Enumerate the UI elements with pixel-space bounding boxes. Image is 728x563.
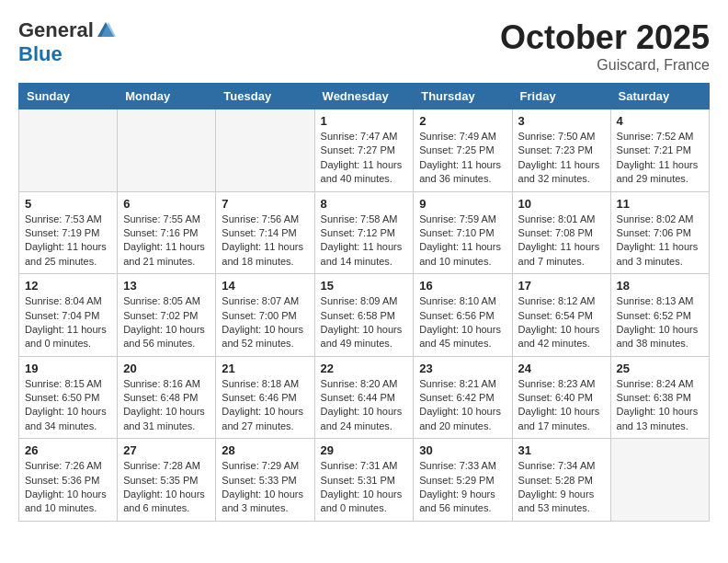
calendar-cell: 15Sunrise: 8:09 AM Sunset: 6:58 PM Dayli… [314,274,414,357]
day-info: Sunrise: 8:05 AM Sunset: 7:02 PM Dayligh… [123,294,210,351]
day-info: Sunrise: 7:50 AM Sunset: 7:23 PM Dayligh… [518,130,605,187]
calendar-cell [610,439,709,522]
day-number: 1 [321,114,408,128]
day-info: Sunrise: 8:20 AM Sunset: 6:44 PM Dayligh… [321,377,408,434]
weekday-header-tuesday: Tuesday [216,84,314,109]
day-info: Sunrise: 7:52 AM Sunset: 7:21 PM Dayligh… [617,130,703,187]
day-info: Sunrise: 7:58 AM Sunset: 7:12 PM Dayligh… [321,213,408,270]
calendar-cell: 26Sunrise: 7:26 AM Sunset: 5:36 PM Dayli… [19,439,118,522]
week-row-3: 12Sunrise: 8:04 AM Sunset: 7:04 PM Dayli… [19,274,710,357]
calendar-cell: 27Sunrise: 7:28 AM Sunset: 5:35 PM Dayli… [118,439,216,522]
day-number: 19 [25,362,111,375]
calendar-cell: 3Sunrise: 7:50 AM Sunset: 7:23 PM Daylig… [512,109,610,192]
day-info: Sunrise: 7:56 AM Sunset: 7:14 PM Dayligh… [222,213,308,270]
day-info: Sunrise: 8:21 AM Sunset: 6:42 PM Dayligh… [419,377,506,434]
calendar-cell [216,109,314,192]
day-number: 31 [518,443,605,457]
calendar-cell: 22Sunrise: 8:20 AM Sunset: 6:44 PM Dayli… [314,356,414,439]
day-number: 12 [25,279,111,293]
day-number: 26 [25,443,111,457]
week-row-5: 26Sunrise: 7:26 AM Sunset: 5:36 PM Dayli… [19,439,710,522]
day-number: 25 [617,362,703,375]
day-number: 21 [222,362,308,375]
day-info: Sunrise: 7:47 AM Sunset: 7:27 PM Dayligh… [321,130,408,187]
day-info: Sunrise: 8:10 AM Sunset: 6:56 PM Dayligh… [419,294,506,351]
day-number: 2 [419,114,506,128]
day-info: Sunrise: 8:02 AM Sunset: 7:06 PM Dayligh… [617,213,703,270]
calendar-cell: 2Sunrise: 7:49 AM Sunset: 7:25 PM Daylig… [414,109,512,192]
day-info: Sunrise: 8:18 AM Sunset: 6:46 PM Dayligh… [222,377,308,434]
day-number: 3 [518,114,605,128]
calendar-cell: 30Sunrise: 7:33 AM Sunset: 5:29 PM Dayli… [414,439,512,522]
day-number: 8 [321,197,408,211]
week-row-4: 19Sunrise: 8:15 AM Sunset: 6:50 PM Dayli… [19,356,710,439]
logo-general-text: General [18,18,94,42]
weekday-header-friday: Friday [512,84,610,109]
calendar-cell: 10Sunrise: 8:01 AM Sunset: 7:08 PM Dayli… [512,191,610,274]
day-info: Sunrise: 8:23 AM Sunset: 6:40 PM Dayligh… [518,377,605,434]
day-number: 15 [321,279,408,293]
day-number: 13 [123,279,210,293]
calendar-cell: 1Sunrise: 7:47 AM Sunset: 7:27 PM Daylig… [314,109,414,192]
calendar-cell: 11Sunrise: 8:02 AM Sunset: 7:06 PM Dayli… [610,191,709,274]
logo-blue-text: Blue [18,42,63,66]
calendar-cell: 19Sunrise: 8:15 AM Sunset: 6:50 PM Dayli… [19,356,118,439]
day-number: 24 [518,362,605,375]
day-info: Sunrise: 7:31 AM Sunset: 5:31 PM Dayligh… [321,459,408,516]
day-info: Sunrise: 8:09 AM Sunset: 6:58 PM Dayligh… [321,294,408,351]
day-number: 22 [321,362,408,375]
weekday-header-wednesday: Wednesday [314,84,414,109]
day-info: Sunrise: 8:04 AM Sunset: 7:04 PM Dayligh… [25,294,111,351]
weekday-header-sunday: Sunday [19,84,118,109]
day-number: 10 [518,197,605,211]
day-info: Sunrise: 8:24 AM Sunset: 6:38 PM Dayligh… [617,377,703,434]
location: Guiscard, France [500,57,710,74]
day-number: 27 [123,443,210,457]
day-info: Sunrise: 8:13 AM Sunset: 6:52 PM Dayligh… [617,294,703,351]
day-info: Sunrise: 7:34 AM Sunset: 5:28 PM Dayligh… [518,459,605,516]
day-info: Sunrise: 7:29 AM Sunset: 5:33 PM Dayligh… [222,459,308,516]
day-number: 18 [617,279,703,293]
calendar-cell: 4Sunrise: 7:52 AM Sunset: 7:21 PM Daylig… [610,109,709,192]
calendar-cell [118,109,216,192]
calendar-cell: 20Sunrise: 8:16 AM Sunset: 6:48 PM Dayli… [118,356,216,439]
day-info: Sunrise: 7:55 AM Sunset: 7:16 PM Dayligh… [123,213,210,270]
calendar-cell: 18Sunrise: 8:13 AM Sunset: 6:52 PM Dayli… [610,274,709,357]
calendar-cell: 21Sunrise: 8:18 AM Sunset: 6:46 PM Dayli… [216,356,314,439]
calendar-cell: 17Sunrise: 8:12 AM Sunset: 6:54 PM Dayli… [512,274,610,357]
day-info: Sunrise: 7:26 AM Sunset: 5:36 PM Dayligh… [25,459,111,516]
day-number: 14 [222,279,308,293]
day-number: 5 [25,197,111,211]
day-number: 7 [222,197,308,211]
logo: General Blue [18,18,116,66]
calendar-cell: 14Sunrise: 8:07 AM Sunset: 7:00 PM Dayli… [216,274,314,357]
day-number: 4 [617,114,703,128]
calendar-table: SundayMondayTuesdayWednesdayThursdayFrid… [18,83,710,522]
day-number: 23 [419,362,506,375]
calendar-cell: 25Sunrise: 8:24 AM Sunset: 6:38 PM Dayli… [610,356,709,439]
calendar-cell: 29Sunrise: 7:31 AM Sunset: 5:31 PM Dayli… [314,439,414,522]
month-title: October 2025 [500,18,710,57]
calendar-cell: 28Sunrise: 7:29 AM Sunset: 5:33 PM Dayli… [216,439,314,522]
calendar-cell: 23Sunrise: 8:21 AM Sunset: 6:42 PM Dayli… [414,356,512,439]
day-number: 16 [419,279,506,293]
day-info: Sunrise: 8:12 AM Sunset: 6:54 PM Dayligh… [518,294,605,351]
calendar-cell: 31Sunrise: 7:34 AM Sunset: 5:28 PM Dayli… [512,439,610,522]
day-info: Sunrise: 7:49 AM Sunset: 7:25 PM Dayligh… [419,130,506,187]
day-number: 11 [617,197,703,211]
weekday-header-saturday: Saturday [610,84,709,109]
calendar-cell: 5Sunrise: 7:53 AM Sunset: 7:19 PM Daylig… [19,191,118,274]
calendar-cell: 24Sunrise: 8:23 AM Sunset: 6:40 PM Dayli… [512,356,610,439]
title-section: October 2025 Guiscard, France [500,18,710,74]
day-info: Sunrise: 7:28 AM Sunset: 5:35 PM Dayligh… [123,459,210,516]
calendar-cell: 9Sunrise: 7:59 AM Sunset: 7:10 PM Daylig… [414,191,512,274]
calendar-cell: 8Sunrise: 7:58 AM Sunset: 7:12 PM Daylig… [314,191,414,274]
day-number: 6 [123,197,210,211]
weekday-header-monday: Monday [118,84,216,109]
calendar-cell: 13Sunrise: 8:05 AM Sunset: 7:02 PM Dayli… [118,274,216,357]
week-row-1: 1Sunrise: 7:47 AM Sunset: 7:27 PM Daylig… [19,109,710,192]
day-number: 30 [419,443,506,457]
day-number: 17 [518,279,605,293]
calendar-cell: 16Sunrise: 8:10 AM Sunset: 6:56 PM Dayli… [414,274,512,357]
day-info: Sunrise: 7:53 AM Sunset: 7:19 PM Dayligh… [25,213,111,270]
